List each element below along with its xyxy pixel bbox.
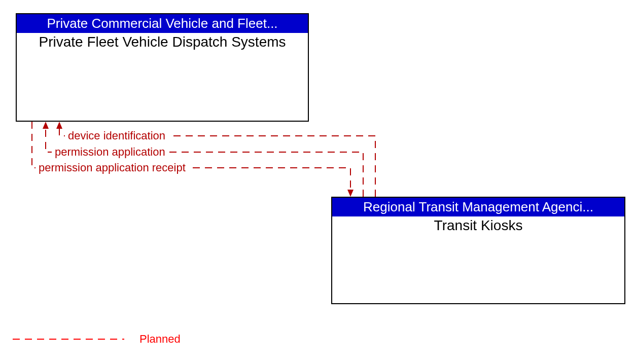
entity-box-bottom: Regional Transit Management Agenci... Tr…: [331, 197, 625, 304]
flow-device-identification-arrow: [56, 122, 62, 129]
legend-planned-label: Planned: [139, 333, 181, 346]
flow-permission-receipt-label: permission application receipt: [36, 161, 189, 174]
flow-permission-application-label: permission application: [52, 145, 168, 159]
flow-permission-application-arrow: [43, 122, 49, 129]
entity-box-top: Private Commercial Vehicle and Fleet... …: [16, 13, 309, 122]
entity-box-top-body: Private Fleet Vehicle Dispatch Systems: [17, 33, 308, 51]
entity-box-top-header: Private Commercial Vehicle and Fleet...: [17, 14, 308, 33]
flow-device-identification-label: device identification: [65, 129, 168, 142]
entity-box-bottom-body: Transit Kiosks: [332, 216, 624, 235]
entity-box-bottom-header: Regional Transit Management Agenci...: [332, 198, 624, 216]
flow-permission-receipt-arrow: [347, 190, 354, 197]
